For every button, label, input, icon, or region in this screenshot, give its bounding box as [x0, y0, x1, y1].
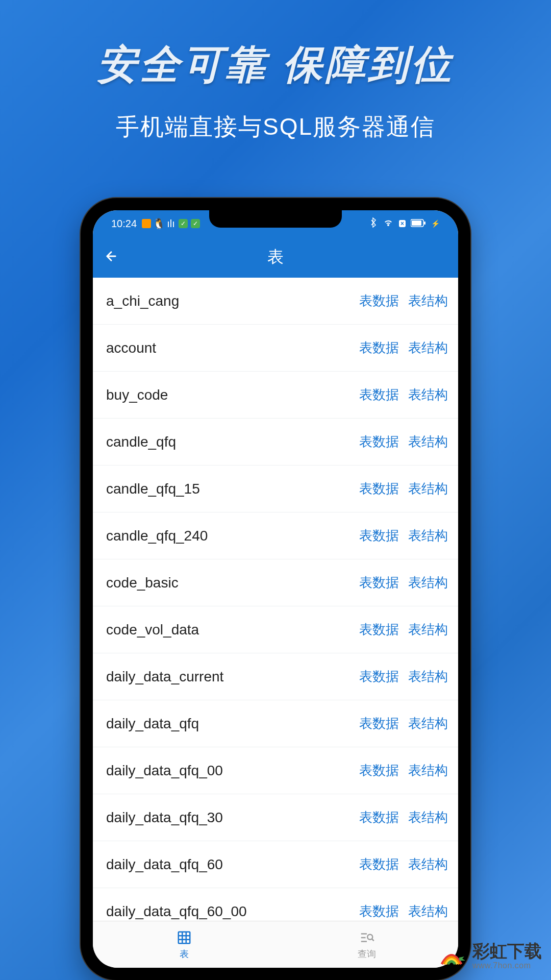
table-row: a_chi_cang表数据表结构 — [93, 278, 458, 325]
table-row: daily_data_qfq_30表数据表结构 — [93, 794, 458, 841]
status-shield-icon: ✓ — [179, 219, 188, 228]
table-name: buy_code — [106, 387, 359, 403]
table-name: daily_data_qfq_60_00 — [106, 903, 359, 920]
status-app-icon — [142, 219, 151, 228]
table-row: daily_data_qfq_00表数据表结构 — [93, 747, 458, 794]
status-signal-icon: ılı — [166, 219, 176, 228]
table-row: buy_code表数据表结构 — [93, 372, 458, 419]
table-schema-button[interactable]: 表结构 — [408, 808, 448, 826]
table-schema-button[interactable]: 表结构 — [408, 574, 448, 592]
table-data-button[interactable]: 表数据 — [359, 527, 399, 545]
rainbow-logo-icon — [437, 941, 466, 971]
table-data-button[interactable]: 表数据 — [359, 762, 399, 779]
back-button[interactable] — [104, 248, 118, 267]
phone-mockup: 10:24 🐧 ılı ✓ ✓ — [81, 198, 470, 980]
table-row: daily_data_current表数据表结构 — [93, 653, 458, 700]
table-row: candle_qfq_15表数据表结构 — [93, 465, 458, 512]
table-data-button[interactable]: 表数据 — [359, 621, 399, 639]
table-name: daily_data_qfq_30 — [106, 810, 359, 826]
table-data-button[interactable]: 表数据 — [359, 480, 399, 498]
promo-heading: 安全可靠 保障到位 — [0, 0, 551, 92]
table-data-button[interactable]: 表数据 — [359, 339, 399, 357]
table-data-button[interactable]: 表数据 — [359, 433, 399, 451]
table-schema-button[interactable]: 表结构 — [408, 339, 448, 357]
bottom-nav: 表 查询 — [93, 921, 458, 968]
table-data-button[interactable]: 表数据 — [359, 715, 399, 732]
nav-tables[interactable]: 表 — [93, 921, 276, 968]
app-header: 表 — [93, 237, 458, 278]
table-row: daily_data_qfq_60表数据表结构 — [93, 841, 458, 888]
table-name: account — [106, 340, 359, 356]
table-row: code_vol_data表数据表结构 — [93, 606, 458, 653]
table-data-button[interactable]: 表数据 — [359, 292, 399, 310]
table-schema-button[interactable]: 表结构 — [408, 715, 448, 732]
status-shield2-icon: ✓ — [191, 219, 200, 228]
table-data-button[interactable]: 表数据 — [359, 808, 399, 826]
charging-icon: ⚡ — [431, 219, 440, 228]
table-list: a_chi_cang表数据表结构account表数据表结构buy_code表数据… — [93, 278, 458, 921]
nav-tables-label: 表 — [180, 948, 189, 960]
table-name: a_chi_cang — [106, 293, 359, 309]
table-row: code_basic表数据表结构 — [93, 559, 458, 606]
table-name: code_vol_data — [106, 622, 359, 638]
table-name: daily_data_current — [106, 669, 359, 685]
watermark: 彩虹下载 www.7hon.com — [437, 941, 542, 971]
table-schema-button[interactable]: 表结构 — [408, 855, 448, 873]
svg-rect-1 — [424, 222, 425, 225]
table-schema-button[interactable]: 表结构 — [408, 480, 448, 498]
table-schema-button[interactable]: 表结构 — [408, 433, 448, 451]
nav-query-label: 查询 — [358, 948, 376, 960]
table-name: code_basic — [106, 575, 359, 591]
table-row: account表数据表结构 — [93, 325, 458, 372]
table-schema-button[interactable]: 表结构 — [408, 902, 448, 920]
table-name: daily_data_qfq_00 — [106, 763, 359, 779]
table-schema-button[interactable]: 表结构 — [408, 386, 448, 404]
table-data-button[interactable]: 表数据 — [359, 574, 399, 592]
svg-rect-3 — [179, 932, 190, 944]
grid-icon — [176, 929, 193, 946]
table-name: daily_data_qfq — [106, 716, 359, 732]
battery-icon — [411, 218, 426, 230]
search-list-icon — [358, 929, 375, 946]
table-name: candle_qfq — [106, 434, 359, 450]
page-title: 表 — [267, 246, 284, 268]
table-name: candle_qfq_240 — [106, 528, 359, 544]
table-data-button[interactable]: 表数据 — [359, 668, 399, 685]
table-data-button[interactable]: 表数据 — [359, 855, 399, 873]
table-schema-button[interactable]: 表结构 — [408, 527, 448, 545]
table-schema-button[interactable]: 表结构 — [408, 621, 448, 639]
status-qq-icon: 🐧 — [154, 219, 163, 228]
svg-rect-2 — [412, 220, 421, 226]
table-row: daily_data_qfq_60_00表数据表结构 — [93, 888, 458, 921]
table-schema-button[interactable]: 表结构 — [408, 668, 448, 685]
bluetooth-icon — [369, 217, 378, 230]
status-badge-icon: × — [399, 220, 406, 227]
status-time: 10:24 — [111, 218, 137, 230]
wifi-icon — [383, 218, 394, 230]
nav-query[interactable]: 查询 — [276, 921, 458, 968]
table-data-button[interactable]: 表数据 — [359, 902, 399, 920]
watermark-title: 彩虹下载 — [472, 941, 542, 961]
table-schema-button[interactable]: 表结构 — [408, 762, 448, 779]
table-data-button[interactable]: 表数据 — [359, 386, 399, 404]
table-row: candle_qfq表数据表结构 — [93, 419, 458, 465]
table-name: candle_qfq_15 — [106, 481, 359, 497]
table-row: daily_data_qfq表数据表结构 — [93, 700, 458, 747]
table-name: daily_data_qfq_60 — [106, 856, 359, 873]
svg-line-12 — [372, 939, 374, 941]
table-row: candle_qfq_240表数据表结构 — [93, 512, 458, 559]
svg-point-11 — [367, 935, 372, 940]
table-schema-button[interactable]: 表结构 — [408, 292, 448, 310]
promo-subtitle: 手机端直接与SQL服务器通信 — [0, 111, 551, 143]
phone-notch — [209, 210, 342, 228]
watermark-url: www.7hon.com — [472, 961, 542, 970]
